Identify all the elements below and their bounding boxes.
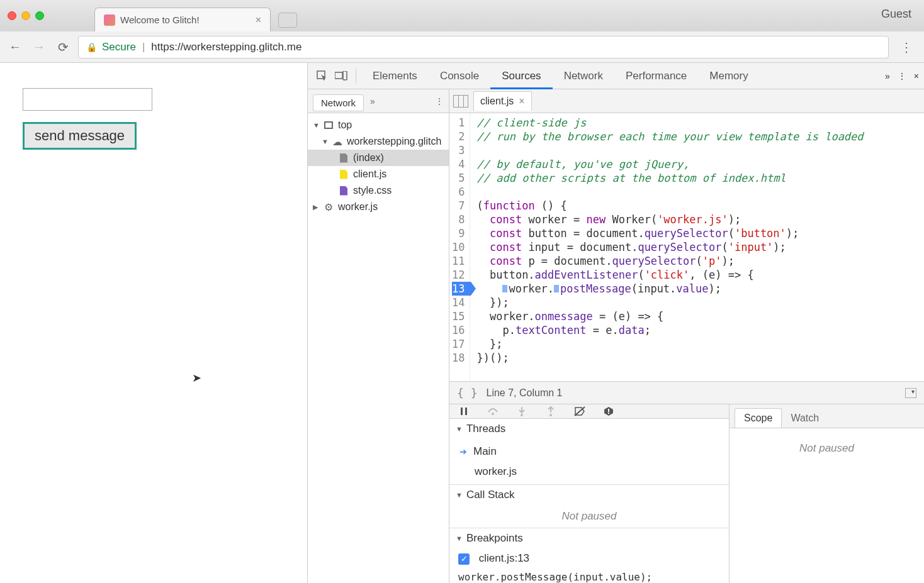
format-button[interactable]: { }: [457, 386, 478, 399]
address-bar[interactable]: 🔒 Secure | https://workerstepping.glitch…: [78, 36, 889, 58]
pane-toggle-button[interactable]: [453, 95, 468, 108]
code-editor[interactable]: 123456789101112131415161718 // client-si…: [449, 113, 924, 381]
breakpoints-label: Breakpoints: [466, 532, 523, 545]
close-window-button[interactable]: [8, 11, 16, 20]
minimize-window-button[interactable]: [21, 11, 30, 20]
tab-strip: Welcome to Glitch! ×: [94, 0, 916, 31]
breakpoint-item[interactable]: ✓ client.js:13: [449, 548, 729, 569]
tab-title: Welcome to Glitch!: [120, 14, 251, 25]
thread-label: worker.js: [475, 465, 517, 478]
tab-sources[interactable]: Sources: [490, 63, 552, 89]
gear-icon: ⚙: [323, 201, 334, 213]
breakpoint-checkbox[interactable]: ✓: [458, 553, 470, 565]
file-tree: ▼ top ▼ ☁ workerstepping.glitch (index): [308, 113, 449, 583]
css-file-icon: [338, 185, 349, 196]
breakpoint-location: client.js:13: [479, 552, 529, 564]
callstack-not-paused: Not paused: [449, 505, 729, 528]
thread-item-worker[interactable]: worker.js: [449, 462, 729, 482]
line-gutter[interactable]: 123456789101112131415161718: [449, 113, 470, 381]
tree-item-domain[interactable]: ▼ ☁ workerstepping.glitch: [308, 133, 449, 150]
breakpoint-code: worker.postMessage(input.value);: [449, 569, 729, 583]
lock-icon: 🔒: [86, 42, 97, 52]
deactivate-breakpoints-button[interactable]: [573, 404, 587, 418]
tree-item-worker-js[interactable]: ▶ ⚙ worker.js: [308, 199, 449, 215]
callstack-label: Call Stack: [466, 489, 515, 501]
coverage-toggle-button[interactable]: [905, 388, 916, 398]
more-tabs-button[interactable]: »: [885, 71, 890, 81]
debugger-pane: ▼ Threads ➔ Main worker.js: [449, 404, 924, 583]
maximize-window-button[interactable]: [35, 11, 44, 20]
step-into-button[interactable]: [515, 404, 529, 418]
tree-item-index[interactable]: (index): [308, 150, 449, 166]
svg-rect-4: [465, 408, 467, 415]
forward-button[interactable]: →: [30, 38, 48, 56]
thread-item-main[interactable]: ➔ Main: [449, 441, 729, 462]
tab-watch[interactable]: Watch: [782, 409, 828, 428]
browser-toolbar: ← → ⟳ 🔒 Secure | https://workerstepping.…: [0, 31, 924, 63]
close-file-tab-button[interactable]: ×: [519, 96, 524, 107]
traffic-lights: [8, 11, 44, 20]
debugger-left: ▼ Threads ➔ Main worker.js: [449, 404, 730, 583]
browser-tab[interactable]: Welcome to Glitch! ×: [94, 8, 271, 31]
document-icon: [338, 152, 349, 164]
tab-scope[interactable]: Scope: [735, 408, 782, 428]
devtools-panel: Elements Console Sources Network Perform…: [307, 63, 924, 583]
pause-on-exceptions-button[interactable]: [602, 404, 616, 418]
tree-item-top[interactable]: ▼ top: [308, 117, 449, 133]
new-tab-button[interactable]: [278, 13, 297, 28]
navigator-tab-network[interactable]: Network: [313, 94, 364, 111]
svg-point-7: [549, 414, 552, 416]
navigator-more-button[interactable]: »: [370, 96, 375, 106]
threads-header[interactable]: ▼ Threads: [449, 419, 729, 439]
editor-tabs: client.js ×: [449, 89, 924, 113]
sources-main: Network » ⋮ ▼ top ▼ ☁ workerstepping.gli…: [308, 89, 924, 583]
collapse-arrow-icon: ▼: [456, 535, 463, 542]
breakpoints-header[interactable]: ▼ Breakpoints: [449, 528, 729, 548]
cursor-icon: ➤: [192, 371, 201, 385]
tab-elements[interactable]: Elements: [361, 63, 429, 89]
scope-watch-tabs: Scope Watch: [730, 404, 924, 428]
tree-label: worker.js: [338, 201, 378, 213]
callstack-header[interactable]: ▼ Call Stack: [449, 485, 729, 505]
tab-performance[interactable]: Performance: [614, 63, 698, 89]
devtools-close-button[interactable]: ×: [914, 71, 919, 81]
svg-point-5: [492, 413, 494, 415]
cursor-position-label: Line 7, Column 1: [487, 387, 563, 399]
file-tab-label: client.js: [480, 96, 514, 107]
step-out-button[interactable]: [544, 404, 558, 418]
file-tab-client-js[interactable]: client.js ×: [473, 91, 532, 111]
tab-memory[interactable]: Memory: [698, 63, 759, 89]
expand-arrow-icon: ▶: [313, 203, 319, 211]
svg-point-6: [521, 414, 523, 416]
code-lines: // client-side js // run by the browser …: [470, 113, 869, 381]
svg-rect-11: [608, 413, 609, 414]
tree-item-style-css[interactable]: style.css: [308, 182, 449, 199]
message-input[interactable]: [23, 88, 152, 111]
tree-item-client-js[interactable]: client.js: [308, 166, 449, 182]
step-over-button[interactable]: [486, 404, 500, 418]
close-tab-button[interactable]: ×: [256, 14, 261, 26]
reload-button[interactable]: ⟳: [54, 38, 72, 56]
favicon-icon: [104, 14, 115, 26]
tab-network[interactable]: Network: [553, 63, 614, 89]
collapse-arrow-icon: ▼: [456, 491, 463, 499]
callstack-section: ▼ Call Stack Not paused: [449, 485, 729, 528]
tree-label: style.css: [353, 185, 392, 196]
page-content: send message ➤: [0, 63, 307, 583]
tab-console[interactable]: Console: [429, 63, 490, 89]
thread-label: Main: [473, 445, 497, 458]
svg-rect-10: [608, 409, 609, 412]
navigator-menu-button[interactable]: ⋮: [435, 96, 444, 106]
inspect-element-button[interactable]: [313, 67, 332, 86]
svg-rect-2: [343, 71, 347, 80]
chrome-menu-button[interactable]: ⋮: [895, 40, 918, 55]
device-toggle-button[interactable]: [332, 67, 351, 86]
back-button[interactable]: ←: [6, 38, 24, 56]
send-message-button[interactable]: send message: [23, 122, 137, 150]
guest-label: Guest: [881, 8, 911, 21]
pause-button[interactable]: [457, 404, 471, 418]
svg-line-8: [575, 407, 585, 416]
content-area: send message ➤ Elements Console Sources …: [0, 63, 924, 583]
devtools-menu-button[interactable]: ⋮: [898, 71, 906, 81]
threads-label: Threads: [466, 423, 505, 435]
